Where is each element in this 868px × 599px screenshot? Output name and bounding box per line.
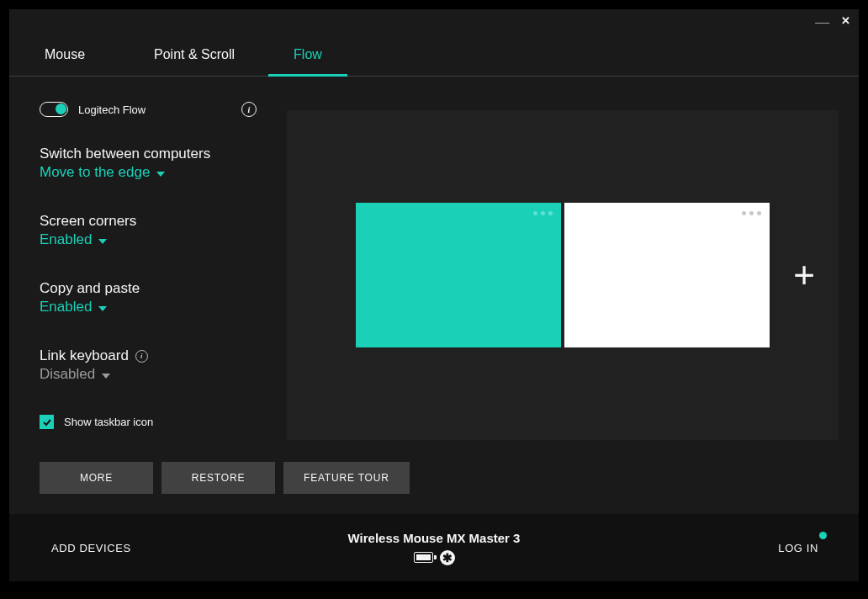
login-button[interactable]: LOG IN	[778, 542, 859, 554]
checkmark-icon	[42, 417, 52, 427]
option-title: Screen corners	[40, 213, 257, 230]
computer-1[interactable]	[356, 203, 561, 347]
screen-corners-dropdown[interactable]: Enabled	[40, 231, 107, 248]
battery-icon	[414, 552, 433, 563]
window-controls: __ ✕	[815, 14, 850, 27]
copy-paste-dropdown[interactable]: Enabled	[40, 299, 107, 315]
option-title: Switch between computers	[40, 146, 257, 162]
device-status-icons: ✱	[414, 550, 455, 565]
option-value: Enabled	[40, 231, 92, 248]
chevron-down-icon	[156, 168, 165, 177]
option-value: Move to the edge	[40, 164, 150, 181]
show-taskbar-checkbox[interactable]	[40, 415, 54, 429]
current-device: Wireless Mouse MX Master 3 ✱	[9, 531, 859, 565]
option-title: Copy and paste	[40, 280, 257, 297]
flow-toggle[interactable]	[40, 102, 68, 117]
restore-button[interactable]: RESTORE	[161, 462, 275, 494]
tab-point-scroll[interactable]: Point & Scroll	[120, 47, 268, 76]
flow-visualizer: +	[287, 110, 839, 440]
close-button[interactable]: ✕	[841, 15, 850, 26]
more-button[interactable]: MORE	[40, 462, 153, 494]
checkbox-label: Show taskbar icon	[64, 416, 153, 428]
flow-toggle-row: Logitech Flow i	[40, 102, 257, 117]
action-buttons: MORE RESTORE FEATURE TOUR	[40, 462, 410, 494]
chevron-down-icon	[98, 303, 107, 311]
add-computer-button[interactable]: +	[793, 257, 815, 294]
option-title-text: Link keyboard	[40, 347, 129, 364]
device-name: Wireless Mouse MX Master 3	[348, 531, 521, 545]
tab-flow[interactable]: Flow	[268, 47, 347, 76]
chevron-down-icon	[98, 236, 107, 244]
content-area: Logitech Flow i Switch between computers…	[9, 77, 859, 514]
info-icon[interactable]: i	[135, 350, 148, 363]
receiver-icon: ✱	[440, 550, 455, 565]
flow-settings-panel: Logitech Flow i Switch between computers…	[9, 77, 278, 514]
link-keyboard-dropdown[interactable]: Disabled	[40, 366, 110, 383]
computer-screens	[356, 203, 770, 347]
option-screen-corners: Screen corners Enabled	[40, 213, 257, 248]
flow-toggle-label: Logitech Flow	[78, 103, 146, 116]
feature-tour-button[interactable]: FEATURE TOUR	[283, 462, 410, 494]
chevron-down-icon	[102, 370, 110, 379]
option-value: Disabled	[40, 366, 95, 383]
add-devices-button[interactable]: ADD DEVICES	[9, 542, 131, 554]
option-title: Link keyboard i	[40, 347, 257, 364]
option-value: Enabled	[40, 299, 92, 315]
taskbar-icon-row: Show taskbar icon	[40, 415, 257, 429]
dots-icon	[533, 211, 553, 215]
computer-2[interactable]	[564, 203, 770, 347]
option-switch-computers: Switch between computers Move to the edg…	[40, 146, 257, 181]
dots-icon	[742, 211, 761, 215]
tab-bar: Mouse Point & Scroll Flow	[9, 9, 859, 77]
tab-mouse[interactable]: Mouse	[9, 47, 120, 76]
minimize-button[interactable]: __	[815, 11, 829, 24]
info-icon[interactable]: i	[241, 102, 257, 117]
option-copy-paste: Copy and paste Enabled	[40, 280, 257, 315]
option-link-keyboard: Link keyboard i Disabled	[40, 347, 257, 383]
app-window: __ ✕ Mouse Point & Scroll Flow Logitech …	[9, 9, 859, 581]
device-bar: ADD DEVICES Wireless Mouse MX Master 3 ✱…	[9, 514, 859, 581]
switch-computers-dropdown[interactable]: Move to the edge	[40, 164, 165, 181]
